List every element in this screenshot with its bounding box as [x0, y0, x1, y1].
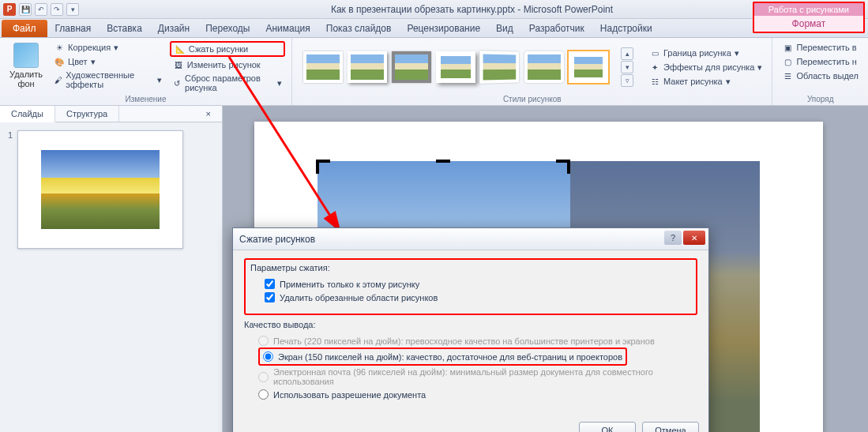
- checkbox-delete-cropped-input[interactable]: [265, 292, 275, 302]
- group-arrange-label: Упоряд: [779, 93, 862, 103]
- slides-panel: Слайды Структура × 1: [0, 106, 223, 432]
- gallery-down-icon[interactable]: ▾: [621, 61, 633, 73]
- radio-screen-input[interactable]: [263, 351, 273, 362]
- artistic-effects-button[interactable]: 🖌Художественные эффекты▾: [51, 69, 165, 90]
- dialog-close-icon[interactable]: ✕: [683, 231, 705, 245]
- artistic-label: Художественные эффекты: [66, 70, 153, 89]
- style-thumb[interactable]: [348, 51, 387, 83]
- group-styles-label: Стили рисунков: [299, 93, 765, 103]
- cancel-button[interactable]: Отмена: [642, 422, 699, 432]
- palette-icon: 🎨: [54, 56, 65, 67]
- border-label: Граница рисунка: [663, 48, 731, 58]
- send-backward-button[interactable]: ▢Переместить н: [779, 55, 862, 68]
- tab-insert[interactable]: Вставка: [99, 20, 150, 37]
- bring-forward-button[interactable]: ▣Переместить в: [779, 41, 862, 54]
- redo-icon[interactable]: ↷: [51, 3, 63, 16]
- qat-more-icon[interactable]: ▾: [66, 3, 79, 16]
- style-thumb[interactable]: [436, 51, 475, 83]
- color-button[interactable]: 🎨Цвет▾: [51, 55, 165, 68]
- group-adjust: Удалить фон ☀Коррекция▾ 🎨Цвет▾ 🖌Художест…: [0, 38, 292, 105]
- tab-review[interactable]: Рецензирование: [399, 20, 488, 37]
- slide-thumbnail[interactable]: [17, 130, 183, 249]
- style-thumb[interactable]: [303, 51, 343, 83]
- dialog-titlebar[interactable]: Сжатие рисунков ? ✕: [233, 228, 708, 250]
- style-thumb[interactable]: [524, 51, 564, 83]
- panel-close-icon[interactable]: ×: [195, 106, 222, 122]
- dialog-title: Сжатие рисунков: [239, 234, 315, 245]
- remove-background-button[interactable]: Удалить фон: [6, 41, 46, 93]
- compress-pictures-dialog: Сжатие рисунков ? ✕ Параметры сжатия: Пр…: [232, 227, 709, 432]
- send-icon: ▢: [782, 56, 793, 67]
- group-arrange: ▣Переместить в ▢Переместить н ☰Область в…: [772, 38, 868, 105]
- style-thumb[interactable]: [392, 51, 431, 83]
- selection-pane-button[interactable]: ☰Область выдел: [779, 69, 862, 82]
- styles-gallery[interactable]: [299, 48, 613, 86]
- checkbox-delete-cropped-label: Удалить обрезанные области рисунков: [280, 293, 438, 302]
- selpane-label: Область выдел: [796, 71, 859, 81]
- tab-file[interactable]: Файл: [2, 20, 47, 37]
- gallery-up-icon[interactable]: ▴: [621, 47, 633, 60]
- picture-layout-button[interactable]: ☷Макет рисунка▾: [646, 75, 765, 88]
- chevron-down-icon: ▾: [735, 48, 739, 58]
- reset-picture-button[interactable]: ↺Сброс параметров рисунка▾: [170, 73, 285, 93]
- radio-email-input: [258, 372, 269, 382]
- compress-pictures-button[interactable]: 📐Сжать рисунки: [170, 41, 285, 57]
- tab-developer[interactable]: Разработчик: [521, 20, 592, 37]
- tab-slideshow[interactable]: Показ слайдов: [318, 20, 400, 37]
- context-tab-group: Работа с рисунками Формат: [753, 2, 865, 33]
- corrections-button[interactable]: ☀Коррекция▾: [51, 41, 165, 54]
- bring-label: Переместить в: [796, 43, 856, 52]
- radio-print-input: [258, 336, 269, 346]
- radio-screen-label: Экран (150 пикселей на дюйм): качество, …: [278, 352, 622, 362]
- tab-home[interactable]: Главная: [47, 20, 100, 37]
- radio-email-label: Электронная почта (96 пикселей на дюйм):…: [273, 367, 697, 386]
- reset-icon: ↺: [173, 77, 182, 88]
- corrections-label: Коррекция: [68, 43, 111, 52]
- panel-tab-outline[interactable]: Структура: [55, 106, 119, 122]
- radio-email: Электронная почта (96 пикселей на дюйм):…: [258, 366, 697, 388]
- tab-format[interactable]: Формат: [753, 16, 865, 33]
- tab-addins[interactable]: Надстройки: [592, 20, 660, 37]
- slides-list[interactable]: 1: [0, 122, 222, 432]
- gallery-more-icon[interactable]: ▿: [621, 74, 633, 87]
- border-icon: ▭: [649, 47, 660, 58]
- thumbnail-image: [41, 150, 160, 229]
- tab-design[interactable]: Дизайн: [150, 20, 197, 37]
- tab-transitions[interactable]: Переходы: [197, 20, 257, 37]
- panel-tab-slides[interactable]: Слайды: [0, 106, 55, 122]
- undo-icon[interactable]: ↶: [35, 3, 47, 16]
- send-label: Переместить н: [796, 57, 857, 66]
- group-change-label: Изменение: [6, 93, 285, 103]
- radio-document-input[interactable]: [258, 389, 269, 400]
- slide-item[interactable]: 1: [8, 130, 214, 249]
- chevron-down-icon: ▾: [91, 57, 96, 67]
- window-title: Как в презентации обрезать картинку.pptx…: [79, 4, 865, 15]
- dialog-help-icon[interactable]: ?: [664, 231, 682, 245]
- bring-icon: ▣: [782, 42, 793, 53]
- save-icon[interactable]: 💾: [19, 3, 32, 16]
- chevron-down-icon: ▾: [277, 78, 282, 88]
- compress-label: Сжать рисунки: [189, 44, 249, 54]
- radio-document[interactable]: Использовать разрешение документа: [258, 388, 697, 401]
- tab-animation[interactable]: Анимация: [257, 20, 318, 37]
- checkbox-apply-only-label: Применить только к этому рисунку: [280, 280, 419, 289]
- picture-border-button[interactable]: ▭Граница рисунка▾: [646, 47, 765, 59]
- change-label: Изменить рисунок: [187, 60, 261, 69]
- slide-number: 1: [8, 130, 13, 249]
- change-picture-button[interactable]: 🖼Изменить рисунок: [170, 58, 285, 71]
- ribbon-tabs: Файл Главная Вставка Дизайн Переходы Ани…: [0, 19, 868, 38]
- panel-tabs: Слайды Структура ×: [0, 106, 222, 122]
- tab-view[interactable]: Вид: [488, 20, 521, 37]
- remove-bg-label: Удалить фон: [9, 69, 43, 88]
- checkbox-apply-only-input[interactable]: [265, 279, 275, 289]
- ribbon: Удалить фон ☀Коррекция▾ 🎨Цвет▾ 🖌Художест…: [0, 38, 868, 106]
- section-output-quality: Качество вывода:: [244, 320, 697, 329]
- radio-screen[interactable]: Экран (150 пикселей на дюйм): качество, …: [263, 350, 622, 363]
- style-thumb-selected[interactable]: [569, 51, 608, 83]
- ok-button[interactable]: ОК: [579, 422, 636, 432]
- picture-effects-button[interactable]: ✦Эффекты для рисунка▾: [646, 61, 765, 73]
- style-thumb[interactable]: [479, 51, 519, 83]
- quick-access-toolbar: 💾 ↶ ↷ ▾: [19, 3, 79, 16]
- checkbox-apply-only[interactable]: Применить только к этому рисунку: [265, 277, 691, 291]
- checkbox-delete-cropped[interactable]: Удалить обрезанные области рисунков: [265, 291, 691, 304]
